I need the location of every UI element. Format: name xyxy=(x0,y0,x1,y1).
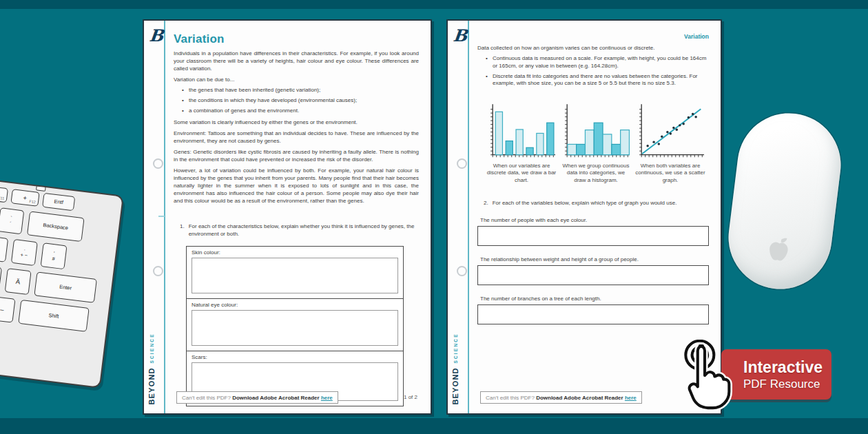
field-group-weight-height: The relationship between weight and heig… xyxy=(477,256,709,285)
hole-punch-icon xyxy=(153,266,163,276)
field-label: Scars: xyxy=(192,354,398,360)
field-group-branches: The number of branches on a tree of each… xyxy=(477,296,709,324)
paragraph: However, a lot of variation could be inf… xyxy=(174,167,419,205)
footer-bold-text: Download Adobe Acrobat Reader xyxy=(232,395,321,401)
keyboard-key: Entf xyxy=(42,193,75,211)
scatter-graph-svg xyxy=(635,101,705,159)
answer-field-weight-height[interactable] xyxy=(477,265,709,285)
keyboard-key: Ü xyxy=(0,236,8,262)
brand-name: BEYOND xyxy=(451,368,459,405)
keyboard-key: ' # xyxy=(41,242,68,269)
bullet-item: the conditions in which they have develo… xyxy=(182,97,419,105)
bullet-list: Continuous data is measured on a scale. … xyxy=(486,55,709,87)
mouse xyxy=(723,107,847,295)
paragraph: Environment: Tattoos are something that … xyxy=(174,130,419,145)
answer-section-eye-colour: Natural eye colour: xyxy=(187,298,403,351)
paragraph: Data collected on how an organism varies… xyxy=(477,44,709,52)
answer-section-skin-colour: Skin colour: xyxy=(187,247,403,298)
question-1: 1. For each of the characteristics below… xyxy=(174,223,419,238)
footer-note: Can't edit this PDF? Download Adobe Acro… xyxy=(176,391,338,404)
beyond-logo: B xyxy=(452,26,469,45)
page-number: 1 of 2 xyxy=(404,394,417,400)
question-2: 2. For each of the variables below, expl… xyxy=(477,199,709,207)
hole-punch-icon xyxy=(153,158,163,169)
tap-hand-icon xyxy=(676,340,732,411)
keyboard-key: Ö xyxy=(0,265,2,291)
center-mark xyxy=(158,216,165,217)
top-background-band xyxy=(0,0,868,9)
paragraph: Individuals in a population have differe… xyxy=(174,50,419,72)
bullet-item: the genes that have been inherited (gene… xyxy=(182,87,419,94)
page-title: Variation xyxy=(174,32,419,46)
keyboard-key: −F11 xyxy=(0,185,8,203)
keyboard-key-sublabel: F11 xyxy=(0,196,5,200)
bullet-item: Continuous data is measured on a scale. … xyxy=(486,55,709,70)
sidebar-divider-line xyxy=(468,21,469,413)
footer-text: Can't edit this PDF? xyxy=(182,395,232,401)
badge-subtitle: PDF Resource xyxy=(743,378,831,391)
footer-text: Can't edit this PDF? xyxy=(486,395,536,401)
keyboard-key: Ä xyxy=(5,268,32,295)
bottom-background-band xyxy=(0,418,868,434)
chart-caption: When both variables are continuous, we u… xyxy=(634,163,706,185)
apple-logo-icon xyxy=(765,234,792,265)
chart-caption: When our variables are discrete data, we… xyxy=(486,163,557,185)
keyboard-key: – xyxy=(0,296,16,323)
histogram-svg xyxy=(561,101,631,159)
figure-bar-chart: When our variables are discrete data, we… xyxy=(486,101,557,185)
footer-bold-text: Download Adobe Acrobat Reader xyxy=(536,395,625,401)
brand-vertical-text: BEYOND SCIENCE xyxy=(451,333,459,405)
keyboard-key: ` ´ xyxy=(0,207,24,234)
paragraph: Genes: Genetic disorders like cystic fib… xyxy=(174,148,419,163)
bullet-item: a combination of genes and the environme… xyxy=(182,107,419,115)
interactive-badge: Interactive PDF Resource xyxy=(721,349,831,400)
paragraph: Some variation is clearly influenced by … xyxy=(174,118,419,126)
download-here-link[interactable]: here xyxy=(625,395,637,401)
chart-caption: When we group continuous data into categ… xyxy=(560,163,632,185)
field-label: The number of people with each eye colou… xyxy=(480,217,709,223)
field-label: The relationship between weight and heig… xyxy=(480,256,709,262)
badge-title: Interactive xyxy=(743,358,831,377)
answer-field-skin-colour[interactable] xyxy=(192,258,398,293)
keyboard-key: Shift xyxy=(18,300,90,332)
brand-sub: SCIENCE xyxy=(149,333,154,363)
keyboard-key: +F12 xyxy=(10,189,39,207)
brand-name: BEYOND xyxy=(147,368,156,405)
figure-scatter-graph: When both variables are continuous, we u… xyxy=(634,101,706,185)
answer-table: Skin colour: Natural eye colour: Scars: xyxy=(186,246,404,406)
keyboard-key: Enter xyxy=(34,271,97,302)
bar-chart-svg xyxy=(486,101,557,159)
question-text: For each of the variables below, explain… xyxy=(493,199,677,207)
field-group-eye-colour: The number of people with each eye colou… xyxy=(477,217,709,246)
hole-punch-icon xyxy=(457,158,467,169)
keyboard-key: · + − xyxy=(11,239,38,266)
bullet-list: the genes that have been inherited (gene… xyxy=(182,87,419,115)
brand-sub: SCIENCE xyxy=(453,333,458,363)
field-label: Skin colour: xyxy=(192,249,398,256)
sidebar-divider-line xyxy=(164,21,165,413)
bullet-item: Discrete data fit into categories and th… xyxy=(486,73,709,87)
brand-vertical-text: BEYOND SCIENCE xyxy=(147,333,156,405)
variation-header-label: Variation xyxy=(684,33,709,40)
pdf-page-1: B BEYOND SCIENCE Variation Individuals i… xyxy=(143,19,432,415)
charts-row: When our variables are discrete data, we… xyxy=(486,101,706,185)
field-label: Natural eye colour: xyxy=(192,302,398,308)
hole-punch-icon xyxy=(457,266,467,276)
answer-field-eye-colour[interactable] xyxy=(192,310,398,346)
answer-field-eye-colour-count[interactable] xyxy=(477,226,709,246)
question-number: 1. xyxy=(180,223,185,238)
download-here-link[interactable]: here xyxy=(321,395,333,401)
paragraph: Variation can be due to... xyxy=(174,76,419,83)
footer-note: Can't edit this PDF? Download Adobe Acro… xyxy=(480,391,642,404)
answer-field-branch-length[interactable] xyxy=(477,304,709,324)
question-text: For each of the characteristics below, e… xyxy=(189,223,419,238)
field-label: The number of branches on a tree of each… xyxy=(480,296,709,302)
question-number: 2. xyxy=(484,199,488,207)
keyboard-key: Backspace xyxy=(27,211,85,242)
beyond-logo: B xyxy=(148,26,165,45)
figure-histogram: When we group continuous data into categ… xyxy=(560,101,632,185)
keyboard: ▸▸F10−F11+F12Entf? ß` ´BackspacePÜ· + −'… xyxy=(0,165,124,389)
keyboard-key-sublabel: F12 xyxy=(29,200,36,205)
keyboard-media-icon xyxy=(36,185,46,192)
